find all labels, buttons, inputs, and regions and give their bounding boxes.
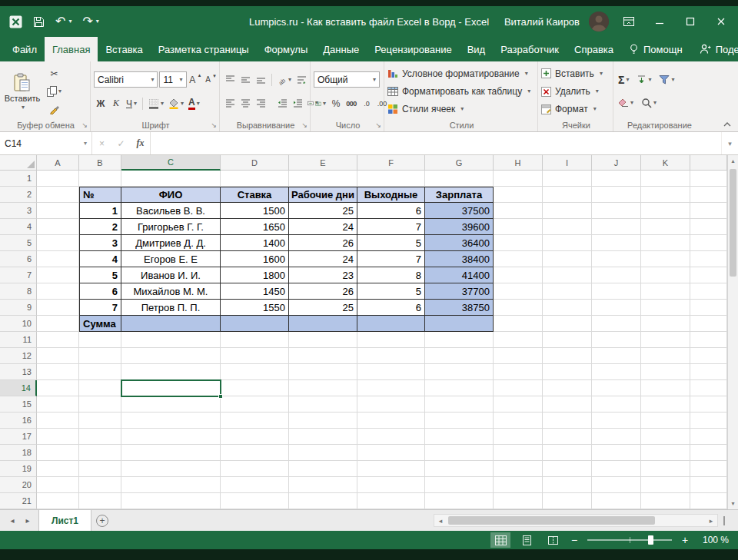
cell-D13[interactable]	[221, 364, 289, 380]
cell-G3[interactable]: 37500	[425, 203, 494, 219]
cell-D4[interactable]: 1650	[221, 219, 289, 235]
cell-C6[interactable]: Егоров Е. Е	[121, 251, 221, 267]
cell-C5[interactable]: Дмитриев Д. Д.	[121, 235, 221, 251]
cell-D21[interactable]	[221, 493, 289, 509]
cell-A17[interactable]	[37, 429, 79, 445]
cell-E17[interactable]	[289, 429, 357, 445]
cell-A19[interactable]	[37, 461, 79, 477]
grow-font-button[interactable]: А▴	[188, 72, 203, 88]
cell-I15[interactable]	[543, 396, 592, 413]
cell-K19[interactable]	[641, 461, 690, 477]
cell-G13[interactable]	[425, 364, 494, 380]
cell-G2[interactable]: Зарплата	[425, 187, 494, 203]
row-header-7[interactable]: 7	[0, 267, 37, 283]
view-page-break-button[interactable]	[543, 532, 563, 548]
format-painter-button[interactable]	[45, 101, 63, 117]
cell-F15[interactable]	[357, 396, 425, 413]
cell-F11[interactable]	[357, 332, 425, 348]
cell-J6[interactable]	[592, 251, 641, 267]
cell-E11[interactable]	[289, 332, 357, 348]
cell-G16[interactable]	[425, 413, 494, 429]
cut-button[interactable]: ✂	[45, 66, 63, 81]
cell-C16[interactable]	[121, 413, 221, 429]
cell-I8[interactable]	[543, 283, 592, 300]
clear-button[interactable]: ▾	[617, 95, 635, 111]
cell-E1[interactable]	[289, 171, 357, 187]
cell-B13[interactable]	[79, 364, 121, 380]
cell-I3[interactable]	[543, 203, 592, 219]
cell-H4[interactable]	[494, 219, 543, 235]
cell-I10[interactable]	[543, 316, 592, 332]
cell-A12[interactable]	[37, 348, 79, 364]
cell-E16[interactable]	[289, 413, 357, 429]
avatar[interactable]	[589, 12, 609, 31]
cell-F5[interactable]: 5	[357, 235, 425, 251]
cell-J15[interactable]	[592, 396, 641, 413]
collapse-ribbon-button[interactable]	[723, 121, 732, 128]
bold-button[interactable]: Ж	[94, 96, 108, 111]
cell-D10[interactable]	[221, 316, 289, 332]
cell-D20[interactable]	[221, 477, 289, 493]
wrap-text-button[interactable]	[294, 72, 308, 88]
cell-D16[interactable]	[221, 413, 289, 429]
share-button[interactable]: Поделиться	[690, 37, 738, 61]
font-name-select[interactable]: Calibri▾	[94, 71, 158, 88]
row-header-5[interactable]: 5	[0, 235, 37, 251]
cell-F20[interactable]	[357, 477, 425, 493]
row-header-2[interactable]: 2	[0, 187, 37, 203]
cell-I7[interactable]	[543, 267, 592, 283]
align-middle-button[interactable]	[238, 72, 252, 88]
cancel-entry-button[interactable]: ×	[92, 132, 111, 154]
confirm-entry-button[interactable]: ✓	[111, 132, 131, 154]
cell-C8[interactable]: Михайлов М. М.	[121, 283, 221, 300]
cell-E8[interactable]: 26	[289, 283, 357, 300]
cell-K1[interactable]	[641, 171, 690, 187]
cell-G17[interactable]	[425, 429, 494, 445]
align-center-button[interactable]	[238, 95, 252, 111]
cell-J2[interactable]	[592, 187, 641, 203]
cell-J3[interactable]	[592, 203, 641, 219]
cell-B17[interactable]	[79, 429, 121, 445]
find-select-button[interactable]: ▾	[640, 95, 658, 111]
cell-A16[interactable]	[37, 413, 79, 429]
row-header-8[interactable]: 8	[0, 283, 37, 300]
cell-J12[interactable]	[592, 348, 641, 364]
cell-J5[interactable]	[592, 235, 641, 251]
cell-K11[interactable]	[641, 332, 690, 348]
cell-E21[interactable]	[289, 493, 357, 509]
cell-I1[interactable]	[543, 171, 592, 187]
row-header-17[interactable]: 17	[0, 429, 37, 445]
cell-K2[interactable]	[641, 187, 690, 203]
cell-H14[interactable]	[494, 380, 543, 396]
cell-A8[interactable]	[37, 283, 79, 300]
cell-H13[interactable]	[494, 364, 543, 380]
orientation-button[interactable]: ab▾	[276, 72, 293, 88]
cell-G14[interactable]	[425, 380, 494, 396]
cell-F1[interactable]	[357, 171, 425, 187]
cell-H16[interactable]	[494, 413, 543, 429]
clipboard-dialog-launcher[interactable]: ↘	[81, 122, 88, 129]
cell-G5[interactable]: 36400	[425, 235, 494, 251]
row-header-19[interactable]: 19	[0, 461, 37, 477]
cell-C1[interactable]	[121, 171, 221, 187]
decrease-indent-button[interactable]	[275, 95, 289, 111]
cell-D8[interactable]: 1450	[221, 283, 289, 300]
cell-K3[interactable]	[641, 203, 690, 219]
vertical-scroll-thumb[interactable]	[730, 169, 736, 277]
cell-G1[interactable]	[425, 171, 494, 187]
tab-formulas[interactable]: Формулы	[257, 37, 316, 61]
cell-K14[interactable]	[641, 380, 690, 396]
cell-C11[interactable]	[121, 332, 221, 348]
cell-H19[interactable]	[494, 461, 543, 477]
col-header-E[interactable]: E	[289, 155, 357, 171]
shrink-font-button[interactable]: А▾	[204, 72, 218, 88]
cell-H10[interactable]	[494, 316, 543, 332]
cell-B9[interactable]: 7	[79, 300, 121, 316]
cell-H11[interactable]	[494, 332, 543, 348]
cell-E3[interactable]: 25	[289, 203, 357, 219]
cell-G10[interactable]	[425, 316, 494, 332]
row-header-10[interactable]: 10	[0, 316, 37, 332]
cell-G15[interactable]	[425, 396, 494, 413]
cell-B4[interactable]: 2	[79, 219, 121, 235]
cell-D14[interactable]	[221, 380, 289, 396]
